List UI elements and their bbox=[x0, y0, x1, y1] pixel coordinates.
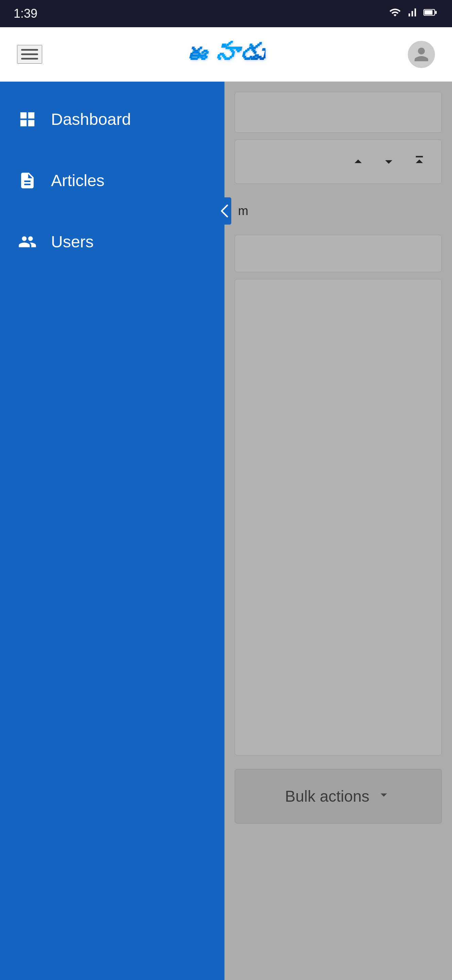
status-time: 1:39 bbox=[14, 6, 37, 21]
sidebar: Dashboard Articles Users bbox=[0, 82, 224, 980]
battery-icon bbox=[423, 6, 438, 21]
sidebar-collapse-button[interactable] bbox=[218, 197, 231, 224]
logo-container: ఈనాడు bbox=[187, 40, 265, 68]
status-bar-left: 1:39 bbox=[14, 6, 37, 21]
main-container: Dashboard Articles Users bbox=[0, 82, 452, 980]
logo-text: ఈనాడు bbox=[187, 41, 265, 68]
sidebar-item-dashboard-label: Dashboard bbox=[51, 110, 131, 129]
sidebar-item-dashboard[interactable]: Dashboard bbox=[0, 89, 224, 150]
hamburger-line-1 bbox=[21, 49, 38, 51]
svg-rect-1 bbox=[425, 10, 432, 14]
svg-rect-2 bbox=[435, 11, 437, 14]
signal-icon bbox=[406, 6, 418, 21]
article-icon bbox=[17, 170, 37, 191]
wifi-icon bbox=[389, 6, 401, 21]
hamburger-line-3 bbox=[21, 58, 38, 60]
sidebar-item-users[interactable]: Users bbox=[0, 211, 224, 272]
status-bar: 1:39 bbox=[0, 0, 452, 27]
sidebar-item-articles[interactable]: Articles bbox=[0, 150, 224, 211]
profile-avatar-icon bbox=[413, 46, 430, 63]
sidebar-item-users-label: Users bbox=[51, 232, 94, 251]
hamburger-button[interactable] bbox=[17, 45, 42, 64]
profile-button[interactable] bbox=[408, 41, 435, 68]
users-icon bbox=[17, 231, 37, 252]
grid-icon bbox=[17, 109, 37, 129]
status-icons bbox=[389, 6, 438, 21]
header: ఈనాడు bbox=[0, 27, 452, 82]
hamburger-line-2 bbox=[21, 53, 38, 55]
sidebar-item-articles-label: Articles bbox=[51, 171, 105, 190]
sidebar-overlay[interactable] bbox=[224, 82, 452, 980]
